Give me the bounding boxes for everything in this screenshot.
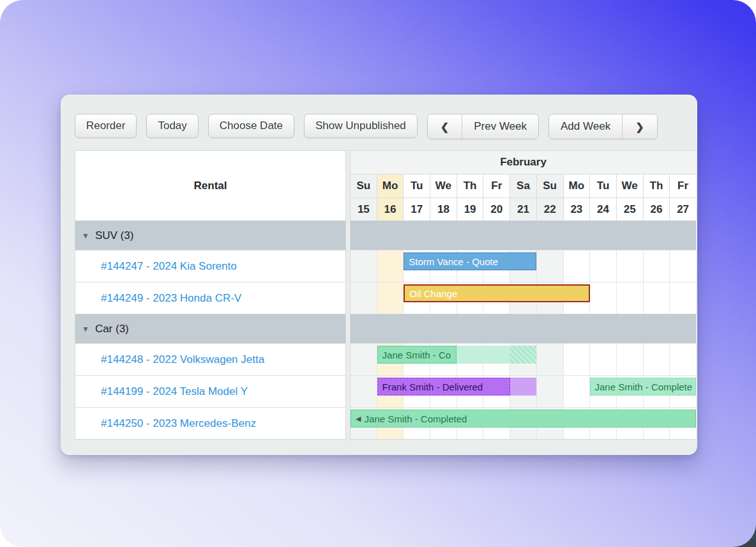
day-of-week-cell: Tu bbox=[403, 174, 430, 197]
schedule-row: Jane Smith - Co bbox=[351, 343, 696, 375]
prev-week-button[interactable]: Prev Week bbox=[462, 114, 538, 139]
day-cell[interactable] bbox=[589, 282, 616, 314]
day-cell[interactable] bbox=[669, 250, 696, 282]
event-bar[interactable]: Frank Smith - Delivered bbox=[377, 378, 510, 396]
rental-row: #144247 - 2024 Kia Sorento bbox=[75, 250, 345, 282]
event-bar-segment[interactable] bbox=[457, 346, 510, 364]
day-cell[interactable] bbox=[377, 282, 404, 314]
event-bar-label: Frank Smith - Delivered bbox=[382, 381, 483, 392]
day-cell[interactable] bbox=[563, 250, 590, 282]
group-row[interactable]: ▼Car (3) bbox=[75, 314, 345, 343]
date-cell: 27 bbox=[669, 198, 696, 220]
day-of-week-cell: Th bbox=[457, 174, 483, 197]
event-bar-label: Jane Smith - Completed bbox=[364, 413, 467, 424]
event-bar-segment[interactable] bbox=[510, 378, 537, 396]
continues-left-icon: ◀ bbox=[356, 415, 361, 423]
date-cell: 19 bbox=[457, 198, 483, 220]
day-cell[interactable] bbox=[351, 282, 377, 314]
day-of-week-cell: We bbox=[430, 174, 457, 197]
day-cell[interactable] bbox=[643, 282, 670, 314]
schedule-grid-panel: February SuMoTuWeThFrSaSuMoTuWeThFr 1516… bbox=[350, 150, 696, 440]
day-cell[interactable] bbox=[669, 282, 696, 314]
next-week-chevron-icon[interactable]: ❯ bbox=[622, 114, 656, 139]
date-cell: 24 bbox=[589, 198, 616, 220]
add-week-group: Add Week ❯ bbox=[548, 114, 658, 139]
date-cell: 22 bbox=[536, 198, 563, 220]
prev-week-chevron-icon[interactable]: ❮ bbox=[428, 114, 462, 139]
month-header: February bbox=[351, 151, 696, 174]
add-week-button[interactable]: Add Week bbox=[549, 114, 622, 139]
date-cell: 18 bbox=[430, 198, 457, 220]
day-cell[interactable] bbox=[616, 344, 643, 375]
date-row: 15161718192021222324252627 bbox=[351, 197, 696, 220]
day-of-week-cell: Su bbox=[351, 174, 377, 197]
rental-link[interactable]: #144248 - 2022 Volkswagen Jetta bbox=[101, 353, 264, 366]
scheduler-card: Reorder Today Choose Date Show Unpublish… bbox=[61, 95, 697, 455]
day-cell[interactable] bbox=[669, 344, 696, 375]
rental-row: #144248 - 2022 Volkswagen Jetta bbox=[75, 343, 345, 375]
event-bar[interactable]: ◀Jane Smith - Completed bbox=[351, 410, 696, 428]
day-of-week-cell: Su bbox=[536, 174, 563, 197]
date-cell: 15 bbox=[351, 198, 377, 220]
toolbar: Reorder Today Choose Date Show Unpublish… bbox=[75, 114, 658, 139]
group-label: SUV (3) bbox=[95, 229, 133, 242]
date-cell: 25 bbox=[616, 198, 643, 220]
day-cell[interactable] bbox=[351, 344, 377, 375]
rental-link[interactable]: #144249 - 2023 Honda CR-V bbox=[101, 292, 241, 305]
date-cell: 20 bbox=[483, 198, 510, 220]
event-bar-label: Jane Smith - Complete bbox=[595, 381, 693, 392]
date-cell: 26 bbox=[643, 198, 670, 220]
today-button[interactable]: Today bbox=[146, 114, 198, 138]
day-of-week-cell: Sa bbox=[510, 174, 536, 197]
event-bar-label: Oil Change bbox=[409, 288, 457, 299]
rental-list-panel: Rental ▼SUV (3)#144247 - 2024 Kia Sorent… bbox=[75, 150, 346, 440]
collapse-triangle-icon: ▼ bbox=[82, 231, 89, 240]
collapse-triangle-icon: ▼ bbox=[82, 325, 89, 334]
reorder-button[interactable]: Reorder bbox=[75, 114, 137, 138]
day-cell[interactable] bbox=[536, 344, 563, 375]
rental-row: #144250 - 2023 Mercedes-Benz bbox=[75, 407, 345, 439]
event-bar[interactable]: Oil Change bbox=[404, 284, 589, 302]
rental-link[interactable]: #144199 - 2024 Tesla Model Y bbox=[101, 385, 248, 398]
day-cell[interactable] bbox=[563, 344, 590, 375]
event-bar-label: Storm Vance - Quote bbox=[409, 256, 498, 267]
day-cell[interactable] bbox=[563, 376, 590, 407]
day-cell[interactable] bbox=[616, 250, 643, 282]
rental-link[interactable]: #144247 - 2024 Kia Sorento bbox=[101, 260, 237, 273]
choose-date-button[interactable]: Choose Date bbox=[208, 114, 294, 138]
group-row[interactable]: ▼SUV (3) bbox=[75, 220, 345, 250]
day-cell[interactable] bbox=[351, 250, 377, 282]
day-of-week-cell: Fr bbox=[483, 174, 510, 197]
day-cell[interactable] bbox=[351, 376, 377, 407]
day-of-week-cell: Tu bbox=[589, 174, 616, 197]
date-cell: 17 bbox=[403, 198, 430, 220]
event-bar[interactable]: Jane Smith - Complete bbox=[590, 378, 696, 396]
schedule-rows: Storm Vance - QuoteOil ChangeJane Smith … bbox=[351, 220, 696, 439]
day-cell[interactable] bbox=[536, 376, 563, 407]
event-bar[interactable]: Storm Vance - Quote bbox=[404, 252, 536, 270]
schedule-row: Oil Change bbox=[351, 282, 696, 314]
rental-link[interactable]: #144250 - 2023 Mercedes-Benz bbox=[101, 417, 256, 430]
day-cell[interactable] bbox=[377, 250, 404, 282]
day-cell[interactable] bbox=[536, 250, 563, 282]
date-cell: 16 bbox=[377, 198, 404, 220]
group-label: Car (3) bbox=[95, 323, 129, 335]
day-cell[interactable] bbox=[589, 344, 616, 375]
day-of-week-cell: Th bbox=[643, 174, 670, 197]
day-cell[interactable] bbox=[589, 250, 616, 282]
rental-row: #144199 - 2024 Tesla Model Y bbox=[75, 375, 345, 407]
day-of-week-cell: Fr bbox=[669, 174, 696, 197]
grid-group-row bbox=[351, 314, 696, 343]
rental-column-header: Rental bbox=[75, 151, 345, 220]
event-bar-segment[interactable] bbox=[510, 346, 537, 364]
schedule-row: Frank Smith - DeliveredJane Smith - Comp… bbox=[351, 375, 696, 407]
schedule-row: Storm Vance - Quote bbox=[351, 250, 696, 282]
day-cell[interactable] bbox=[643, 344, 670, 375]
day-cell[interactable] bbox=[643, 250, 670, 282]
show-unpublished-button[interactable]: Show Unpublished bbox=[304, 114, 418, 138]
day-of-week-row: SuMoTuWeThFrSaSuMoTuWeThFr bbox=[351, 174, 696, 197]
event-bar[interactable]: Jane Smith - Co bbox=[377, 346, 457, 364]
day-cell[interactable] bbox=[616, 282, 643, 314]
grid-group-row bbox=[351, 220, 696, 250]
rental-row: #144249 - 2023 Honda CR-V bbox=[75, 282, 345, 314]
